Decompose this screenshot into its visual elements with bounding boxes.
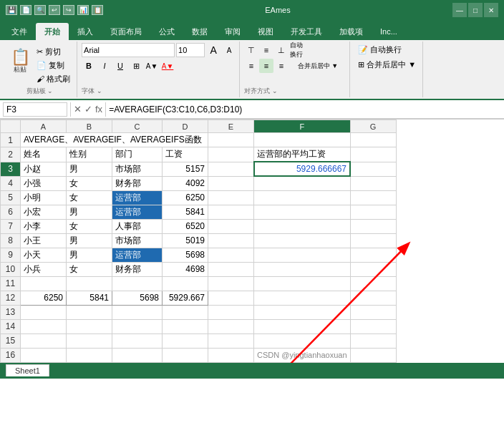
cell-d7[interactable]: 6520 xyxy=(163,219,208,233)
col-header-c[interactable]: C xyxy=(112,120,163,133)
tab-inc[interactable]: Inc... xyxy=(372,23,406,40)
cell-d12[interactable]: 5929.667 xyxy=(163,291,208,305)
cell-b15[interactable] xyxy=(67,333,112,348)
sheet-tab[interactable]: Sheet1 xyxy=(6,364,49,376)
maximize-button[interactable]: □ xyxy=(468,3,483,17)
cell-f8[interactable] xyxy=(254,233,351,248)
cell-a16[interactable] xyxy=(21,348,67,362)
font-increase-button[interactable]: A xyxy=(206,43,220,57)
col-header-e[interactable]: E xyxy=(208,120,254,133)
wrap-text-button[interactable]: 自动换行 xyxy=(289,43,304,57)
cell-g9[interactable] xyxy=(350,248,396,262)
tab-developer[interactable]: 开发工具 xyxy=(282,23,331,40)
new-icon[interactable]: 📄 xyxy=(20,5,32,15)
spreadsheet[interactable]: A B C D E F G 1 AVERAGE、AVERAGEIF、AVERAG… xyxy=(0,119,504,363)
cell-g4[interactable] xyxy=(350,176,396,190)
tab-formula[interactable]: 公式 xyxy=(150,23,183,40)
cell-f12[interactable] xyxy=(254,291,351,305)
cell-a6[interactable]: 小宏 xyxy=(21,205,67,219)
cell-e6[interactable] xyxy=(208,205,254,219)
cell-a8[interactable]: 小王 xyxy=(21,233,67,248)
align-top-button[interactable]: ⊤ xyxy=(244,43,258,57)
cancel-formula-icon[interactable]: ✕ xyxy=(74,104,82,115)
cut-button[interactable]: ✂ 剪切 xyxy=(34,46,72,58)
cell-d15[interactable] xyxy=(163,333,208,348)
fill-color-button[interactable]: A▼ xyxy=(145,59,159,73)
cell-b7[interactable]: 女 xyxy=(67,219,112,233)
cell-b14[interactable] xyxy=(67,319,112,333)
align-center-button[interactable]: ≡ xyxy=(259,59,273,73)
cell-g2[interactable] xyxy=(350,147,396,162)
minimize-button[interactable]: — xyxy=(452,3,467,17)
cell-a15[interactable] xyxy=(21,333,67,348)
cell-a12[interactable]: 6250 xyxy=(21,291,67,305)
cell-f15[interactable] xyxy=(254,333,351,348)
cell-a13[interactable] xyxy=(21,305,67,319)
cell-g10[interactable] xyxy=(350,262,396,276)
tab-addins[interactable]: 加载项 xyxy=(331,23,372,40)
bold-button[interactable]: B xyxy=(82,59,96,73)
cell-f1[interactable] xyxy=(254,133,351,147)
open-icon[interactable]: 🔍 xyxy=(34,5,46,15)
cell-a9[interactable]: 小天 xyxy=(21,248,67,262)
cell-d8[interactable]: 5019 xyxy=(163,233,208,248)
cell-a3[interactable]: 小赵 xyxy=(21,162,67,176)
align-left-button[interactable]: ≡ xyxy=(244,59,258,73)
cell-a7[interactable]: 小李 xyxy=(21,219,67,233)
cell-d11[interactable] xyxy=(163,276,208,291)
cell-f7[interactable] xyxy=(254,219,351,233)
cell-b2[interactable]: 性别 xyxy=(67,147,112,162)
cell-e10[interactable] xyxy=(208,262,254,276)
cell-b9[interactable]: 男 xyxy=(67,248,112,262)
font-decrease-button[interactable]: A xyxy=(222,43,236,57)
close-button[interactable]: ✕ xyxy=(484,3,498,17)
cell-a1[interactable]: AVERAGE、AVERAGEIF、AVERAGEIFS函数 xyxy=(21,133,208,147)
cell-f10[interactable] xyxy=(254,262,351,276)
cell-f6[interactable] xyxy=(254,205,351,219)
cell-e13[interactable] xyxy=(208,305,254,319)
format-painter-button[interactable]: 🖌 格式刷 xyxy=(34,73,72,85)
cell-b10[interactable]: 女 xyxy=(67,262,112,276)
cell-a2[interactable]: 姓名 xyxy=(21,147,67,162)
cell-d14[interactable] xyxy=(163,319,208,333)
align-bottom-button[interactable]: ⊥ xyxy=(274,43,289,57)
cell-e7[interactable] xyxy=(208,219,254,233)
font-name-input[interactable] xyxy=(82,43,175,57)
cell-d16[interactable] xyxy=(163,348,208,362)
cell-e9[interactable] xyxy=(208,248,254,262)
formula-input[interactable] xyxy=(109,102,501,117)
tab-view[interactable]: 视图 xyxy=(249,23,282,40)
col-header-a[interactable]: A xyxy=(21,120,67,133)
col-header-f[interactable]: F xyxy=(254,120,351,133)
cell-c16[interactable] xyxy=(112,348,163,362)
cell-c13[interactable] xyxy=(112,305,163,319)
cell-b4[interactable]: 女 xyxy=(67,176,112,190)
cell-a11[interactable] xyxy=(21,276,67,291)
cell-f16[interactable]: CSDN @yingtianhaoxuan xyxy=(254,348,351,362)
cell-b12[interactable]: 5841 xyxy=(67,291,112,305)
cell-c3[interactable]: 市场部 xyxy=(112,162,163,176)
copy-button[interactable]: 📄 复制 xyxy=(34,59,72,72)
cell-f4[interactable] xyxy=(254,176,351,190)
tab-file[interactable]: 文件 xyxy=(3,23,36,40)
cell-g3[interactable] xyxy=(350,162,396,176)
cell-b11[interactable] xyxy=(67,276,112,291)
cell-e5[interactable] xyxy=(208,190,254,205)
cell-c5[interactable]: 运营部 xyxy=(112,190,163,205)
cell-e3[interactable] xyxy=(208,162,254,176)
redo-icon[interactable]: ↪ xyxy=(63,5,74,15)
cell-e8[interactable] xyxy=(208,233,254,248)
tab-insert[interactable]: 插入 xyxy=(69,23,102,40)
cell-f13[interactable] xyxy=(254,305,351,319)
cell-f14[interactable] xyxy=(254,319,351,333)
cell-c11[interactable] xyxy=(112,276,163,291)
cell-c9[interactable]: 运营部 xyxy=(112,248,163,262)
cell-g15[interactable] xyxy=(350,333,396,348)
italic-button[interactable]: I xyxy=(97,59,112,73)
cell-b8[interactable]: 男 xyxy=(67,233,112,248)
cell-e4[interactable] xyxy=(208,176,254,190)
cell-g6[interactable] xyxy=(350,205,396,219)
merge-center-button[interactable]: 合并后居中 ▼ xyxy=(289,59,346,73)
cell-d4[interactable]: 4092 xyxy=(163,176,208,190)
cell-f9[interactable] xyxy=(254,248,351,262)
